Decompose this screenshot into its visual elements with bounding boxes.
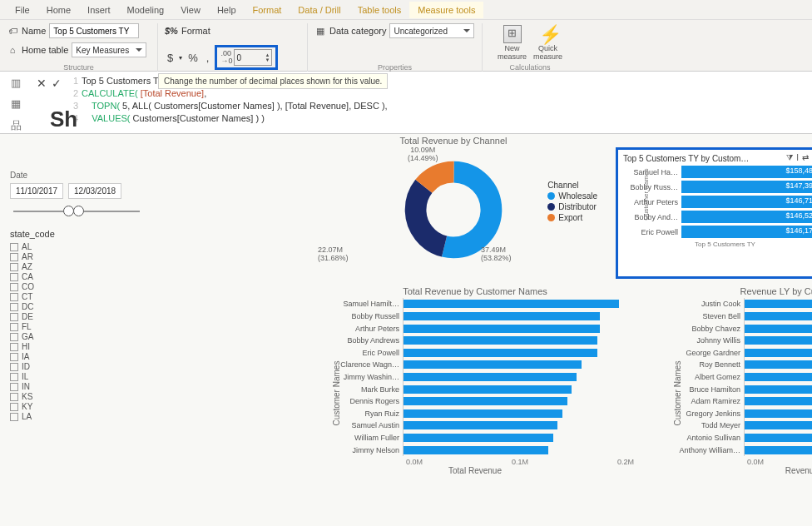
bar[interactable] xyxy=(404,385,572,394)
model-view-icon[interactable]: 品 xyxy=(11,118,22,133)
state-item-ky[interactable]: KY xyxy=(10,402,143,411)
slider-handle-end[interactable] xyxy=(73,206,84,216)
legend-item[interactable]: Wholesale xyxy=(547,191,597,201)
state-item-ia[interactable]: IA xyxy=(10,352,143,361)
drill-icon[interactable]: ⇄ xyxy=(802,153,809,163)
state-item-co[interactable]: CO xyxy=(10,282,143,291)
bar[interactable] xyxy=(745,385,812,394)
bar[interactable] xyxy=(745,397,812,405)
bar[interactable] xyxy=(404,360,582,369)
bar[interactable] xyxy=(404,325,600,333)
state-item-dc[interactable]: DC xyxy=(10,302,143,311)
state-item-ks[interactable]: KS xyxy=(10,392,143,401)
bar[interactable] xyxy=(404,373,577,381)
bar[interactable] xyxy=(404,312,600,320)
date-end-input[interactable]: 12/03/2018 xyxy=(68,183,121,199)
bar[interactable] xyxy=(745,421,812,429)
state-item-fl[interactable]: FL xyxy=(10,322,143,331)
bar[interactable] xyxy=(745,325,812,333)
state-item-il[interactable]: IL xyxy=(10,372,143,381)
quick-measure-label: Quick measure xyxy=(533,45,562,62)
tab-table-tools[interactable]: Table tools xyxy=(349,2,410,18)
formula-fn-calculate: CALCULATE( xyxy=(82,88,138,98)
home-table-dropdown[interactable]: Key Measures xyxy=(72,42,146,57)
filter-icon[interactable]: ⧩ xyxy=(786,153,793,163)
top5-bar-row[interactable]: Bobby And…$146,522 xyxy=(630,211,812,223)
tab-file[interactable]: File xyxy=(7,2,38,18)
state-item-in[interactable]: IN xyxy=(10,382,143,391)
bar[interactable] xyxy=(404,421,557,429)
bar-label: Johnny Willis xyxy=(696,336,740,345)
bar-label: Mark Burke xyxy=(361,385,399,394)
focus-mode-icon[interactable]: I xyxy=(796,153,799,163)
formula-args-4: Customers[Customer Names] xyxy=(130,113,255,123)
tab-format[interactable]: Format xyxy=(245,2,290,18)
state-item-ct[interactable]: CT xyxy=(10,292,143,301)
donut-chart[interactable]: Total Revenue by Channel 10.09M (14.49%)… xyxy=(308,136,599,272)
state-item-id[interactable]: ID xyxy=(10,362,143,371)
quick-measure-button[interactable]: ⚡ Quick measure xyxy=(533,25,562,62)
state-item-ar[interactable]: AR xyxy=(10,252,143,261)
state-list: ALARAZCACOCTDCDEFLGAHIIAIDILINKSKYLA xyxy=(10,242,143,421)
total-revenue-chart[interactable]: Total Revenue by Customer Names Customer… xyxy=(313,286,637,491)
state-item-ca[interactable]: CA xyxy=(10,272,143,281)
tab-help[interactable]: Help xyxy=(209,2,245,18)
measure-name-input[interactable] xyxy=(49,23,139,38)
bar[interactable] xyxy=(745,373,812,381)
percent-button[interactable]: % xyxy=(186,52,201,64)
state-item-ga[interactable]: GA xyxy=(10,332,143,341)
bar[interactable] xyxy=(404,446,548,454)
state-item-de[interactable]: DE xyxy=(10,312,143,321)
currency-button[interactable]: $ xyxy=(165,52,176,64)
bar[interactable] xyxy=(745,434,812,442)
bar[interactable] xyxy=(404,397,567,405)
top5-bar-row[interactable]: Samuel Ha…$158,482 xyxy=(630,166,812,178)
legend-item[interactable]: Export xyxy=(547,213,597,222)
bar[interactable] xyxy=(745,349,812,357)
bar[interactable] xyxy=(404,349,597,357)
new-measure-button[interactable]: New measure xyxy=(498,25,527,62)
data-category-dropdown[interactable]: Uncategorized xyxy=(389,23,474,38)
bar[interactable] xyxy=(404,300,619,308)
bar[interactable] xyxy=(404,409,562,418)
bar[interactable] xyxy=(745,409,812,418)
revenue-ly-chart[interactable]: Revenue LY by Customer Names Customer Na… xyxy=(654,286,812,491)
legend-title: Channel xyxy=(547,181,597,190)
state-item-az[interactable]: AZ xyxy=(10,262,143,271)
state-item-hi[interactable]: HI xyxy=(10,342,143,351)
report-view-icon[interactable]: ▥ xyxy=(11,77,21,89)
data-category-label: Data category xyxy=(329,26,386,36)
bar[interactable] xyxy=(745,312,812,320)
state-item-la[interactable]: LA xyxy=(10,412,143,421)
bar[interactable] xyxy=(745,446,812,454)
tab-view[interactable]: View xyxy=(172,2,209,18)
tab-home[interactable]: Home xyxy=(38,2,79,18)
top5-bar-row[interactable]: Eric Powell$146,174 xyxy=(630,226,812,238)
top5-bar-row[interactable]: Bobby Russ…$147,393 xyxy=(630,181,812,193)
tab-data-drill[interactable]: Data / Drill xyxy=(290,2,349,18)
decimals-stepper[interactable]: 0 ▲▼ xyxy=(234,49,272,66)
bar[interactable] xyxy=(404,336,597,345)
state-item-al[interactable]: AL xyxy=(10,242,143,251)
bar-label: Bobby Russ… xyxy=(630,183,681,191)
bar-label: Todd Meyer xyxy=(701,421,740,429)
legend-item[interactable]: Distributor xyxy=(547,202,597,211)
bar[interactable] xyxy=(745,360,812,369)
bar[interactable] xyxy=(404,434,553,442)
increase-decimals-icon[interactable]: →0 xyxy=(220,57,232,65)
data-view-icon[interactable]: ▦ xyxy=(11,97,21,110)
tab-modeling[interactable]: Modeling xyxy=(119,2,173,18)
top5-visual[interactable]: Top 5 Customers TY by Custom… ⧩ I ⇄ ⋯ Cu… xyxy=(616,147,812,279)
calculations-group-label: Calculations xyxy=(489,63,571,72)
commit-formula-button[interactable]: ✓ xyxy=(52,77,62,90)
date-start-input[interactable]: 11/10/2017 xyxy=(10,183,63,199)
tab-measure-tools[interactable]: Measure tools xyxy=(409,2,483,18)
cancel-formula-button[interactable]: ✕ xyxy=(37,77,47,90)
thousands-separator-button[interactable]: , xyxy=(204,52,212,64)
tab-insert[interactable]: Insert xyxy=(79,2,119,18)
legend-swatch-icon xyxy=(547,192,555,200)
top5-bar-row[interactable]: Arthur Peters$146,710 xyxy=(630,196,812,208)
date-slider[interactable] xyxy=(13,211,140,212)
bar[interactable] xyxy=(745,336,812,345)
bar[interactable] xyxy=(745,300,812,308)
